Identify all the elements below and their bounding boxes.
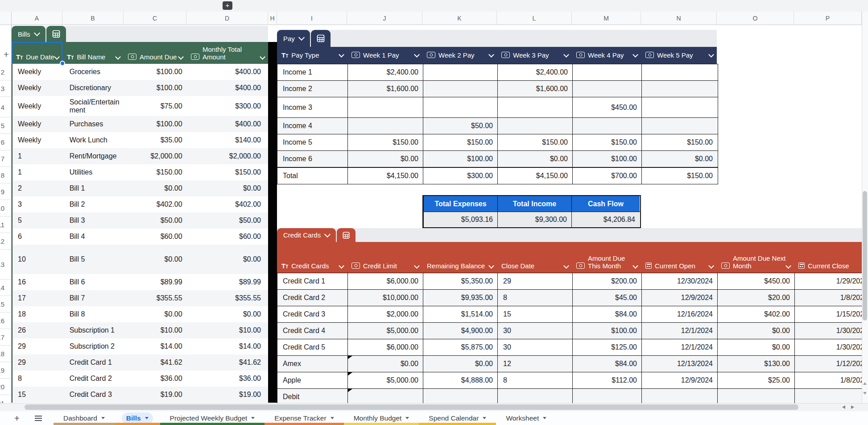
- credit-table-tab[interactable]: Credit Cards: [277, 228, 355, 242]
- monthly-total-cell[interactable]: $2,000.00: [187, 148, 268, 164]
- column-header-k[interactable]: K: [422, 12, 497, 25]
- monthly-total-cell[interactable]: $10.00: [187, 322, 268, 338]
- credit-limit-cell[interactable]: $0.00: [347, 356, 423, 372]
- monthly-total-cell[interactable]: $300.00: [187, 96, 268, 116]
- due-date-cell[interactable]: 8: [12, 371, 63, 387]
- sheet-tab[interactable]: Dashboard: [54, 411, 115, 425]
- credit-limit-cell[interactable]: $2,000.00: [347, 306, 423, 322]
- chevron-down-icon[interactable]: [260, 54, 265, 60]
- column-header-cell[interactable]: Credit Limit: [347, 242, 422, 273]
- credit-limit-cell[interactable]: $6,000.00: [347, 273, 423, 289]
- row-number[interactable]: 14: [0, 279, 11, 296]
- amount-due-next-month-cell[interactable]: $25.00: [717, 372, 794, 388]
- due-date-cell[interactable]: Weekly: [12, 64, 63, 80]
- week2-pay-cell[interactable]: $150.00: [423, 134, 497, 150]
- chevron-down-icon[interactable]: [543, 417, 546, 419]
- row-number[interactable]: 20: [0, 379, 11, 395]
- amount-due-cell[interactable]: $89.99: [124, 274, 186, 290]
- due-date-cell[interactable]: 1: [12, 164, 63, 180]
- week3-pay-cell[interactable]: [497, 97, 572, 117]
- bill-name-cell[interactable]: Subscription 1: [63, 322, 124, 338]
- week1-pay-cell[interactable]: $2,400.00: [347, 64, 423, 80]
- chevron-down-icon[interactable]: [563, 52, 569, 58]
- scroll-left-icon[interactable]: [842, 405, 845, 409]
- sheet-tab[interactable]: Worksheet: [496, 411, 556, 425]
- remaining-balance-cell[interactable]: $0.00: [423, 356, 497, 372]
- amount-due-cell[interactable]: $0.00: [124, 306, 186, 322]
- amount-due-cell[interactable]: $35.00: [124, 132, 186, 148]
- row-number[interactable]: 7: [0, 150, 11, 167]
- chevron-down-icon[interactable]: [785, 263, 791, 269]
- week2-pay-cell[interactable]: $100.00: [423, 151, 497, 167]
- monthly-total-cell[interactable]: $50.00: [187, 212, 268, 229]
- sheet-tab[interactable]: Spend Calendar: [419, 411, 496, 425]
- credit-limit-cell[interactable]: $5,000.00: [347, 372, 423, 388]
- column-header-cell[interactable]: Week 4 Pay: [572, 47, 641, 64]
- monthly-total-cell[interactable]: $400.00: [187, 64, 268, 80]
- current-open-cell[interactable]: 12/13/2024: [641, 356, 717, 372]
- bills-tab-pill[interactable]: Bills: [12, 26, 45, 42]
- row-number[interactable]: 10: [0, 200, 11, 217]
- amount-due-cell[interactable]: $100.00: [124, 116, 186, 132]
- amount-due-cell[interactable]: $60.00: [124, 229, 186, 245]
- remaining-balance-cell[interactable]: $5,875.00: [423, 339, 497, 355]
- bill-name-cell[interactable]: Credit Card 3: [63, 387, 124, 403]
- monthly-total-cell[interactable]: $89.99: [187, 274, 268, 290]
- amount-due-next-month-cell[interactable]: $402.00: [717, 306, 794, 322]
- monthly-total-cell[interactable]: $355.55: [187, 290, 268, 306]
- credit-tab-pill[interactable]: Credit Cards: [277, 228, 336, 242]
- row-number[interactable]: 11: [0, 217, 11, 233]
- amount-due-next-month-cell[interactable]: $0.00: [717, 323, 794, 339]
- bill-name-cell[interactable]: Bill 2: [63, 196, 124, 212]
- amount-due-cell[interactable]: $355.55: [124, 290, 186, 306]
- add-row-button[interactable]: +: [1, 49, 11, 60]
- current-open-cell[interactable]: 12/9/2024: [641, 372, 717, 388]
- current-open-cell[interactable]: 12/16/2024: [641, 306, 717, 322]
- remaining-balance-cell[interactable]: [423, 389, 497, 405]
- amount-due-cell[interactable]: $2,000.00: [124, 148, 186, 164]
- column-header-i[interactable]: I: [277, 12, 347, 25]
- amount-due-next-month-cell[interactable]: $20.00: [717, 290, 794, 306]
- scroll-up-icon[interactable]: [863, 382, 867, 385]
- due-date-cell[interactable]: Weekly: [12, 80, 63, 96]
- row-number[interactable]: 16: [0, 312, 11, 329]
- due-date-cell[interactable]: Weekly: [12, 96, 63, 116]
- due-date-cell[interactable]: 18: [12, 306, 63, 322]
- week3-pay-cell[interactable]: $0.00: [497, 151, 572, 167]
- amount-due-cell[interactable]: $75.00: [124, 96, 186, 116]
- column-header-n[interactable]: N: [641, 12, 717, 25]
- row-number[interactable]: 13: [0, 250, 11, 279]
- close-date-cell[interactable]: [497, 389, 572, 405]
- chevron-down-icon[interactable]: [324, 231, 331, 237]
- week2-pay-cell[interactable]: $300.00: [423, 168, 497, 184]
- week5-pay-cell[interactable]: [641, 81, 717, 97]
- remaining-balance-cell[interactable]: $9,935.00: [423, 290, 497, 306]
- credit-limit-cell[interactable]: $10,000.00: [347, 290, 423, 306]
- pay-type-cell[interactable]: Income 3: [277, 97, 347, 117]
- row-number[interactable]: 12: [0, 233, 11, 250]
- pay-type-cell[interactable]: Income 6: [277, 151, 347, 167]
- card-name-cell[interactable]: Apple: [277, 372, 347, 388]
- add-button[interactable]: +: [223, 1, 232, 10]
- monthly-total-cell[interactable]: $402.00: [187, 196, 268, 212]
- column-header-cell[interactable]: Monthly Total Amount: [186, 42, 268, 64]
- chevron-down-icon[interactable]: [339, 263, 344, 269]
- remaining-balance-cell[interactable]: $4,900.00: [423, 323, 497, 339]
- week5-pay-cell[interactable]: $0.00: [641, 151, 717, 167]
- pay-type-cell[interactable]: Total: [277, 168, 347, 184]
- current-open-cell[interactable]: [641, 389, 717, 405]
- current-close-cell[interactable]: 1/30/2025: [794, 323, 868, 339]
- amount-due-this-month-cell[interactable]: [572, 389, 641, 405]
- column-header-d[interactable]: D: [186, 12, 268, 25]
- week3-pay-cell[interactable]: [497, 118, 572, 134]
- column-header-j[interactable]: J: [347, 12, 422, 25]
- row-number[interactable]: 17: [0, 329, 11, 346]
- row-number[interactable]: 19: [0, 362, 11, 379]
- week1-pay-cell[interactable]: $0.00: [347, 151, 423, 167]
- bill-name-cell[interactable]: Bill 3: [63, 212, 124, 229]
- row-number[interactable]: 5: [0, 117, 11, 134]
- due-date-cell[interactable]: Weekly: [12, 132, 63, 148]
- due-date-cell[interactable]: 16: [12, 274, 63, 290]
- chevron-down-icon[interactable]: [339, 52, 344, 58]
- bill-name-cell[interactable]: Groceries: [63, 64, 124, 80]
